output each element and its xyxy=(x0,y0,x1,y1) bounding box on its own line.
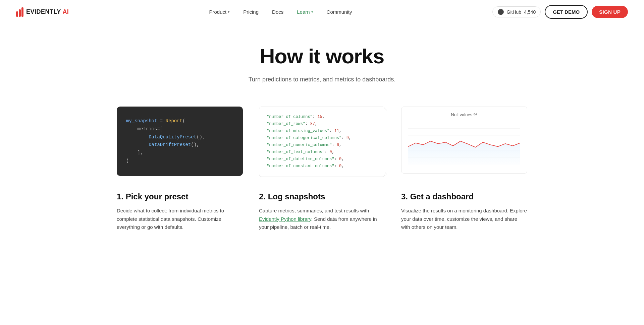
github-icon: ⚫ xyxy=(497,9,504,15)
page-title: How it works xyxy=(117,44,527,68)
step-3: 3. Get a dashboard Visualize the results… xyxy=(401,192,527,232)
navbar: EVIDENTLY AI Product ▾ Pricing Docs Lear… xyxy=(0,0,644,24)
json-stack: "number of columns": 15, "number_of_rows… xyxy=(259,107,385,174)
steps-visuals: my_snapshot = Report( metrics=[ DataQual… xyxy=(117,107,527,176)
nav-product[interactable]: Product ▾ xyxy=(203,6,236,17)
step-1-description: Decide what to collect: from individual … xyxy=(117,207,243,232)
chart-title: Null values % xyxy=(408,112,520,117)
step-3-title: 3. Get a dashboard xyxy=(401,192,527,201)
nav-right: ⚫ GitHub 4,540 GET DEMO SIGN UP xyxy=(492,5,628,19)
nav-docs[interactable]: Docs xyxy=(266,6,289,17)
step-1-title: 1. Pick your preset xyxy=(117,192,243,201)
github-label: GitHub xyxy=(507,9,522,15)
step-2: 2. Log snapshots Capture metrics, summar… xyxy=(259,192,385,232)
nav-learn[interactable]: Learn ▾ xyxy=(291,6,319,17)
chart-card: Null values % xyxy=(401,107,527,174)
step-2-description: Capture metrics, summaries, and test res… xyxy=(259,207,385,232)
logo[interactable]: EVIDENTLY AI xyxy=(16,7,69,17)
step-3-description: Visualize the results on a monitoring da… xyxy=(401,207,527,232)
get-demo-button[interactable]: GET DEMO xyxy=(545,5,588,19)
hero-subtitle: Turn predictions to metrics, and metrics… xyxy=(117,76,527,83)
json-card-front: "number of columns": 15, "number_of_rows… xyxy=(259,107,385,177)
step-1: 1. Pick your preset Decide what to colle… xyxy=(117,192,243,232)
main-content: How it works Turn predictions to metrics… xyxy=(101,24,543,258)
nav-links: Product ▾ Pricing Docs Learn ▾ Community xyxy=(203,6,358,17)
chevron-down-icon: ▾ xyxy=(311,10,313,14)
evidently-link[interactable]: Evidently Python library xyxy=(259,216,311,222)
chevron-down-icon: ▾ xyxy=(228,10,230,14)
step-2-title: 2. Log snapshots xyxy=(259,192,385,201)
github-count: 4,540 xyxy=(524,9,536,15)
signup-button[interactable]: SIGN UP xyxy=(592,6,628,18)
logo-icon xyxy=(16,7,23,17)
code-block: my_snapshot = Report( metrics=[ DataQual… xyxy=(117,107,243,176)
github-button[interactable]: ⚫ GitHub 4,540 xyxy=(492,6,541,17)
steps-descriptions: 1. Pick your preset Decide what to colle… xyxy=(117,192,527,232)
chart-area: Aug 2 Aug 5 Aug 9 Aug 11 Aug 14 Aug 17 A… xyxy=(408,121,520,168)
nav-pricing[interactable]: Pricing xyxy=(237,6,265,17)
nav-community[interactable]: Community xyxy=(321,6,358,17)
logo-text: EVIDENTLY AI xyxy=(26,8,69,15)
